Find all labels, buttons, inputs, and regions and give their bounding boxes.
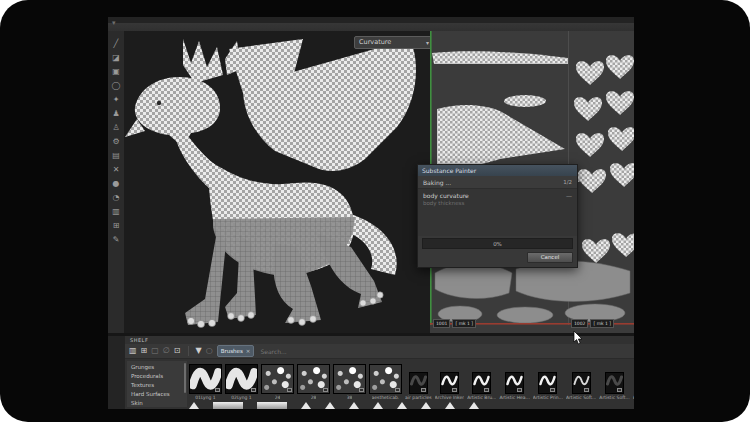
material-picker-tool-icon[interactable]: ♙ bbox=[110, 121, 123, 134]
thumbnail-label: Artistic Soft... bbox=[566, 395, 596, 400]
partially-visible-thumbnails bbox=[189, 402, 634, 409]
shelf-thumbnail[interactable]: air particles bbox=[405, 372, 432, 400]
baking-status-text: Baking ... bbox=[423, 179, 451, 186]
category-hard-surfaces[interactable]: Hard Surfaces bbox=[131, 390, 187, 399]
brush-type-badge-icon bbox=[395, 388, 400, 392]
history-tool-icon[interactable]: ◔ bbox=[110, 191, 123, 204]
current-bake-task: body curvature bbox=[423, 192, 572, 200]
shelf-thumbnails: 01Lyng 102Lyng 1242838aestheticab.air pa… bbox=[189, 360, 634, 400]
channel-dropdown-value: Curvature bbox=[359, 37, 391, 48]
category-procedurals[interactable]: Procedurals bbox=[131, 372, 187, 381]
shelf-panel: SHELF ▥⊞▢∅⊡▼○ Brushes × GrungesProcedura… bbox=[125, 336, 634, 409]
polygon-fill-tool-icon[interactable]: ◯ bbox=[110, 79, 123, 92]
next-bake-task: body thickness bbox=[423, 200, 572, 207]
link-icon[interactable]: ▢ bbox=[151, 345, 159, 357]
thumbnail-label: Artistic Soft... bbox=[633, 395, 634, 400]
screenshot-stage: ▾ ╱◪▣◯✦♟♙⚙▤✕●◔▥⊞✎ bbox=[0, 0, 750, 422]
hide-icon[interactable]: ∅ bbox=[163, 345, 170, 357]
brush-type-badge-icon bbox=[452, 388, 457, 392]
dialog-title[interactable]: Substance Painter bbox=[418, 165, 577, 176]
projection-tool-icon[interactable]: ▣ bbox=[110, 65, 123, 78]
mouse-cursor bbox=[573, 331, 583, 345]
chevron-down-icon: ▾ bbox=[426, 37, 429, 48]
thumbnail-label: aestheticab. bbox=[372, 395, 400, 400]
video-frame: ▾ ╱◪▣◯✦♟♙⚙▤✕●◔▥⊞✎ bbox=[0, 0, 750, 422]
shelf-thumbnail[interactable]: Artistic Soft... bbox=[599, 372, 629, 400]
category-textures[interactable]: Textures bbox=[131, 381, 187, 390]
particles-tool-icon[interactable]: ⚙ bbox=[110, 135, 123, 148]
tool-sidebar: ╱◪▣◯✦♟♙⚙▤✕●◔▥⊞✎ bbox=[108, 31, 125, 333]
shelf-thumbnail[interactable]: Archive Inker bbox=[435, 372, 465, 400]
image-tool-icon[interactable]: ▤ bbox=[110, 149, 123, 162]
brush-type-badge-icon bbox=[584, 388, 589, 392]
delete-tool-icon[interactable]: ✕ bbox=[110, 163, 123, 176]
refresh-circle-icon[interactable]: ○ bbox=[206, 345, 213, 357]
filter-chip-label: Brushes bbox=[221, 347, 243, 355]
dialog-footer: Cancel bbox=[418, 249, 577, 263]
pen-tool-icon[interactable]: ✎ bbox=[110, 233, 123, 246]
thumbnail-label: Artistic Soft... bbox=[599, 395, 629, 400]
filter-icon[interactable]: ▼ bbox=[196, 345, 202, 357]
thumbnail-label: 24 bbox=[275, 395, 281, 400]
brush-type-badge-icon bbox=[617, 388, 622, 392]
toolbar-handle-icon: ▾ bbox=[112, 19, 116, 27]
new-shelf-icon[interactable]: ⊞ bbox=[141, 345, 148, 357]
shelf-thumbnail[interactable]: Artistic Soft... bbox=[566, 372, 596, 400]
category-scrollbar[interactable] bbox=[184, 363, 186, 393]
udim-label-1001: 1001 [ mk 1 ] bbox=[433, 319, 476, 328]
dot-tool-icon[interactable]: ● bbox=[110, 177, 123, 190]
thumbnail-label: Artistic Prin... bbox=[533, 395, 563, 400]
category-grunges[interactable]: Grunges bbox=[131, 363, 187, 372]
filter-chip-brushes[interactable]: Brushes × bbox=[217, 345, 255, 357]
import-resources-icon[interactable]: ⊡ bbox=[174, 345, 181, 357]
thumbnail-label: air particles bbox=[405, 395, 432, 400]
eraser-tool-icon[interactable]: ◪ bbox=[110, 51, 123, 64]
viewport-3d[interactable]: Curvature ▾ bbox=[125, 31, 430, 333]
thumbnail-label: 01Lyng 1 bbox=[195, 395, 216, 400]
shelf-thumbnail[interactable]: 01Lyng 1 bbox=[189, 364, 222, 400]
shelf-thumbnail[interactable]: Artistic Prin... bbox=[533, 372, 563, 400]
brush-type-badge-icon bbox=[287, 388, 292, 392]
shelf-thumbnail[interactable]: Artistic Soft... bbox=[633, 372, 634, 400]
thumbnail-label: Artistic Hea... bbox=[499, 395, 529, 400]
brush-type-badge-icon bbox=[484, 388, 489, 392]
shelf-thumbnail[interactable]: 02Lyng 1 bbox=[225, 364, 258, 400]
brush-type-badge-icon bbox=[215, 388, 220, 392]
shelf-thumbnail[interactable]: 28 bbox=[297, 364, 330, 400]
chip-close-icon[interactable]: × bbox=[246, 347, 251, 355]
shelf-thumbnail[interactable]: aestheticab. bbox=[369, 364, 402, 400]
brush-type-badge-icon bbox=[251, 388, 256, 392]
shelf-thumbnail[interactable]: 24 bbox=[261, 364, 294, 400]
udim-id: 1002 bbox=[571, 319, 588, 328]
paint-tool-icon[interactable]: ╱ bbox=[110, 37, 123, 50]
thumbnail-label: 28 bbox=[311, 395, 317, 400]
substance-painter-window: ▾ ╱◪▣◯✦♟♙⚙▤✕●◔▥⊞✎ bbox=[108, 17, 634, 409]
udim-label-1002: 1002 [ mk 1 ] bbox=[571, 319, 614, 328]
add-resource-tool-icon[interactable]: ⊞ bbox=[110, 219, 123, 232]
cancel-button[interactable]: Cancel bbox=[527, 252, 573, 263]
smudge-tool-icon[interactable]: ✦ bbox=[110, 93, 123, 106]
brush-type-badge-icon bbox=[323, 388, 328, 392]
collapse-icon[interactable]: — bbox=[566, 192, 572, 199]
brush-type-badge-icon bbox=[550, 388, 555, 392]
shelf-thumbnail[interactable]: Artistic Bru... bbox=[467, 372, 496, 400]
thumbnail-label: Archive Inker bbox=[435, 395, 465, 400]
brush-type-badge-icon bbox=[421, 388, 426, 392]
sidebar-footer bbox=[108, 336, 125, 409]
layers-tool-icon[interactable]: ▥ bbox=[110, 205, 123, 218]
search-input[interactable] bbox=[258, 347, 348, 356]
shelf-category-list: GrungesProceduralsTexturesHard SurfacesS… bbox=[127, 361, 187, 407]
dialog-body: body curvature body thickness — bbox=[418, 189, 577, 236]
category-skin[interactable]: Skin bbox=[131, 399, 187, 408]
channel-dropdown[interactable]: Curvature ▾ bbox=[354, 36, 430, 49]
thumbnail-label: 02Lyng 1 bbox=[231, 395, 252, 400]
baking-counter: 1/2 bbox=[563, 179, 572, 185]
udim-tag: [ mk 1 ] bbox=[452, 319, 476, 328]
shelf-thumbnail[interactable]: Artistic Hea... bbox=[499, 372, 529, 400]
folder-icon[interactable]: ▥ bbox=[129, 345, 137, 357]
shelf-panel-title: SHELF bbox=[130, 337, 148, 343]
toolbar-separator bbox=[188, 346, 189, 356]
clone-tool-icon[interactable]: ♟ bbox=[110, 107, 123, 120]
thumbnail-label: Artistic Bru... bbox=[467, 395, 496, 400]
shelf-thumbnail[interactable]: 38 bbox=[333, 364, 366, 400]
